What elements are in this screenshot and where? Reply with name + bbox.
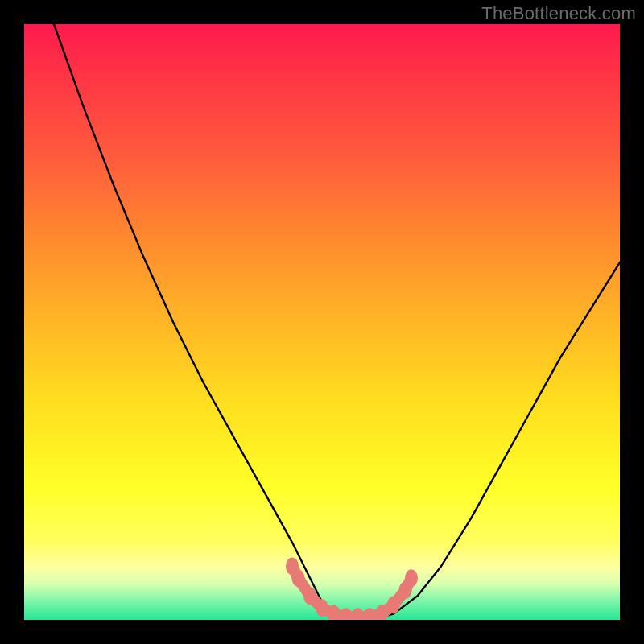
marker-dot (291, 569, 304, 587)
marker-dot (363, 608, 376, 620)
marker-dot (405, 569, 418, 587)
marker-band (286, 557, 418, 620)
marker-dot (303, 587, 316, 605)
marker-dot (387, 597, 400, 614)
bottleneck-curve (54, 24, 620, 620)
marker-dot (351, 608, 364, 620)
curve-layer (24, 24, 620, 620)
watermark-text: TheBottleneck.com (481, 3, 636, 24)
marker-dot (340, 608, 353, 620)
marker-dot (316, 599, 328, 617)
chart-frame: TheBottleneck.com (0, 0, 644, 644)
plot-area (24, 24, 620, 620)
